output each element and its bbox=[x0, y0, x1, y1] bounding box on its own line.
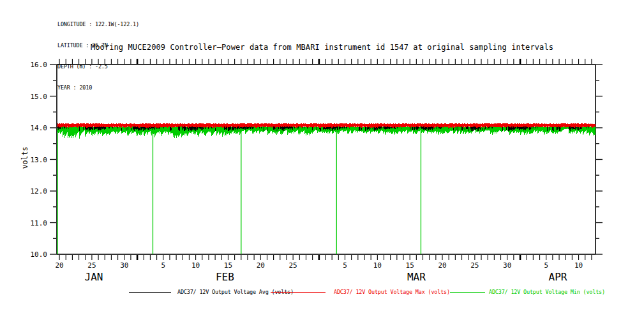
x-tick-label: 5 bbox=[161, 261, 165, 270]
x-tick-label: 15 bbox=[406, 261, 414, 270]
x-tick-label: 20 bbox=[55, 261, 63, 270]
x-tick-label: 30 bbox=[503, 261, 511, 270]
x-axis-labels: 20253051015202551015202530510JANFEBMARAP… bbox=[55, 261, 583, 283]
legend-label-max: ADC37/ 12V Output Voltage Max (volts) bbox=[334, 289, 450, 295]
month-label: MAR bbox=[407, 271, 426, 283]
legend-label-min: ADC37/ 12V Output Voltage Min (volts) bbox=[489, 289, 605, 295]
y-tick-label: 10.0 bbox=[31, 250, 48, 259]
x-tick-label: 25 bbox=[470, 261, 479, 270]
y-axis-ticks: 10.011.012.013.014.015.016.0 bbox=[31, 61, 603, 259]
x-tick-label: 10 bbox=[373, 261, 382, 270]
x-tick-label: 15 bbox=[224, 261, 232, 270]
legend-line-max bbox=[271, 292, 326, 293]
month-label: JAN bbox=[85, 271, 103, 283]
legend-line-avg bbox=[129, 292, 171, 293]
y-tick-label: 15.0 bbox=[31, 93, 48, 101]
x-axis-ticks bbox=[59, 59, 592, 260]
month-label: APR bbox=[549, 271, 567, 283]
x-tick-label: 20 bbox=[438, 261, 446, 270]
x-tick-label: 30 bbox=[120, 261, 128, 270]
plot-frame bbox=[57, 65, 595, 254]
y-tick-label: 11.0 bbox=[31, 219, 48, 227]
y-tick-label: 12.0 bbox=[31, 187, 48, 195]
x-tick-label: 5 bbox=[343, 261, 347, 270]
month-label: FEB bbox=[216, 271, 234, 283]
x-tick-label: 10 bbox=[191, 261, 200, 270]
x-tick-label: 25 bbox=[87, 261, 96, 270]
x-tick-label: 10 bbox=[574, 261, 583, 270]
x-tick-label: 25 bbox=[289, 261, 297, 270]
legend-line-min bbox=[450, 292, 485, 293]
y-tick-label: 13.0 bbox=[31, 156, 48, 164]
x-tick-label: 20 bbox=[257, 261, 265, 270]
min-dropout-lines bbox=[57, 128, 421, 254]
plot-area: 10.011.012.013.014.015.016.0202530510152… bbox=[0, 0, 644, 322]
x-tick-label: 5 bbox=[544, 261, 548, 270]
y-tick-label: 16.0 bbox=[31, 61, 48, 69]
y-tick-label: 14.0 bbox=[31, 124, 48, 132]
